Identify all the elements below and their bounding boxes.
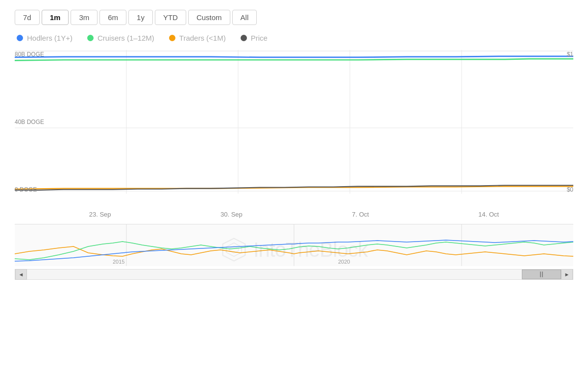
nav-thumb-handle [540, 271, 543, 277]
y-label-40b: 40B DOGE [15, 119, 44, 125]
x-tick-23.-sep: 23. Sep [89, 211, 111, 218]
y-label-0: 0 DOGE [15, 186, 37, 193]
x-axis-labels: 23. Sep30. Sep7. Oct14. Oct [15, 207, 573, 222]
svg-text:2020: 2020 [338, 259, 350, 265]
x-tick-7.-oct: 7. Oct [352, 211, 369, 218]
time-filter-1m[interactable]: 1m [42, 10, 69, 25]
legend-dot-hodlers [17, 35, 23, 41]
main-container: 7d1m3m6m1yYTDCustomAll Hodlers (1Y+) Cru… [0, 0, 588, 392]
x-tick-14.-oct: 14. Oct [478, 211, 499, 218]
navigator-scrollbar[interactable]: ◄ ► [15, 269, 573, 280]
main-chart-svg [15, 50, 573, 207]
y-label-price-high: $1 [567, 51, 573, 58]
legend-item-traders: Traders (<1M) [169, 34, 226, 42]
time-filter-custom[interactable]: Custom [188, 10, 230, 25]
main-chart-area: 80B DOGE 40B DOGE 0 DOGE $1 $0 [15, 50, 573, 207]
time-filter-ytd[interactable]: YTD [155, 10, 186, 25]
time-filter-3m[interactable]: 3m [71, 10, 98, 25]
y-label-80b: 80B DOGE [15, 51, 44, 58]
legend-label-hodlers: Hodlers (1Y+) [27, 34, 73, 42]
time-filter-all[interactable]: All [232, 10, 257, 25]
legend-item-price: Price [241, 34, 268, 42]
chart-legend: Hodlers (1Y+) Cruisers (1–12M) Traders (… [15, 34, 573, 42]
nav-track [27, 270, 561, 279]
legend-label-cruisers: Cruisers (1–12M) [98, 34, 154, 42]
nav-thumb-line-1 [540, 271, 541, 277]
legend-dot-traders [169, 35, 175, 41]
time-filter-1y[interactable]: 1y [128, 10, 153, 25]
legend-label-traders: Traders (<1M) [179, 34, 226, 42]
nav-thumb[interactable] [522, 270, 561, 279]
legend-dot-price [241, 35, 247, 41]
nav-thumb-line-2 [542, 271, 543, 277]
legend-dot-cruisers [87, 35, 94, 41]
y-label-price-low: $0 [567, 186, 573, 193]
time-filter-6m[interactable]: 6m [99, 10, 126, 25]
nav-left-arrow[interactable]: ◄ [15, 269, 27, 280]
time-filter-bar: 7d1m3m6m1yYTDCustomAll [15, 10, 573, 25]
nav-right-arrow[interactable]: ► [561, 269, 573, 280]
x-tick-30.-sep: 30. Sep [220, 211, 243, 218]
mini-chart-svg: 2015 2020 [15, 224, 573, 266]
mini-chart-container: IntoTheBlock 2015 2020 ◄ [15, 224, 573, 280]
time-filter-7d[interactable]: 7d [15, 10, 40, 25]
legend-label-price: Price [251, 34, 268, 42]
svg-text:2015: 2015 [113, 259, 124, 265]
legend-item-hodlers: Hodlers (1Y+) [17, 34, 73, 42]
legend-item-cruisers: Cruisers (1–12M) [87, 34, 154, 42]
